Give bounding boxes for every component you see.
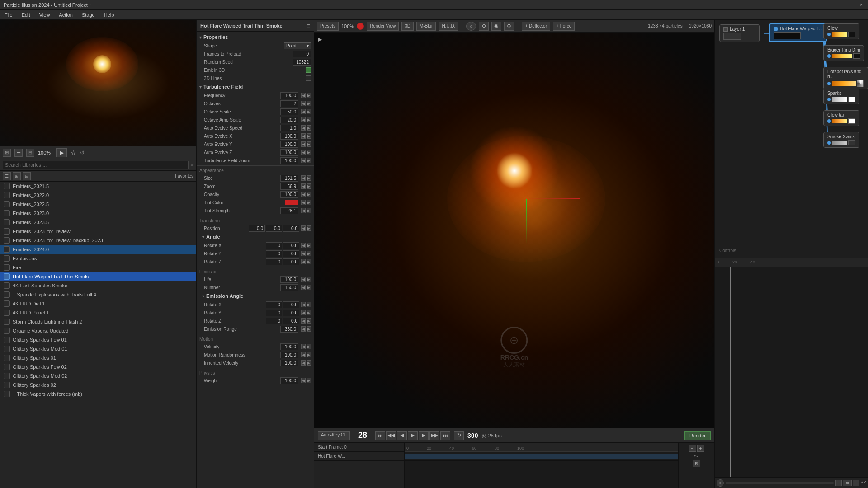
slider-minus[interactable]: ◀	[301, 150, 306, 155]
slider-minus[interactable]: ◀	[301, 133, 306, 139]
rz-1[interactable]: 0.0	[283, 258, 299, 265]
render-view-button[interactable]: Render View	[367, 22, 399, 31]
slider-plus[interactable]: ▶	[307, 200, 311, 205]
menu-view[interactable]: View	[38, 11, 52, 19]
grid-view-icon[interactable]: ⊞	[13, 172, 21, 180]
prop-value[interactable]: 28.1	[280, 207, 298, 214]
slider-plus[interactable]: ▶	[307, 243, 311, 248]
clear-search-button[interactable]: ×	[190, 162, 193, 168]
refresh-button[interactable]: ↺	[80, 150, 85, 156]
slider-plus[interactable]: ▶	[307, 251, 311, 256]
list-item[interactable]: 4K HUD Panel 1	[0, 308, 196, 317]
slider-plus[interactable]: ▶	[307, 183, 311, 189]
slider-plus[interactable]: ▶	[307, 360, 311, 366]
thumb-view-icon[interactable]: ⊟	[23, 172, 31, 180]
sphere-icon-1[interactable]: ○	[466, 22, 476, 31]
slider-minus[interactable]: ◀	[301, 183, 306, 189]
view-icon-1[interactable]: ⊞	[3, 149, 11, 157]
slider-minus[interactable]: ◀	[301, 192, 306, 197]
slider-plus[interactable]: ▶	[307, 318, 311, 324]
red-circle-button[interactable]	[357, 23, 364, 30]
slider-minus[interactable]: ◀	[301, 310, 306, 315]
view-icon-2[interactable]: ☰	[14, 149, 23, 157]
node-sparks[interactable]: Sparks	[823, 89, 859, 104]
step-forward-button[interactable]: ▶	[419, 431, 429, 440]
fast-back-button[interactable]: ◀◀	[386, 431, 396, 440]
slider-plus[interactable]: ▶	[307, 208, 311, 213]
list-item-highlighted[interactable]: Hot Flare Warped Trail Thin Smoke	[0, 272, 196, 281]
fit-button[interactable]: fit	[843, 480, 852, 486]
slider-plus[interactable]: ▶	[307, 326, 311, 332]
ry-0[interactable]: 0	[266, 250, 282, 257]
node-glow[interactable]: Glow	[823, 23, 859, 39]
sphere-icon-3[interactable]: ◉	[491, 22, 501, 31]
emit-3d-checkbox[interactable]	[306, 67, 311, 73]
list-item[interactable]: Emitters_2023.0	[0, 209, 196, 218]
menu-stage[interactable]: Stage	[80, 11, 97, 19]
prop-value[interactable]: 100.0	[280, 133, 298, 140]
deflector-button[interactable]: + Deflector	[522, 22, 550, 31]
slider-plus[interactable]: ▶	[307, 192, 311, 197]
menu-edit[interactable]: Edit	[20, 11, 32, 19]
zoom-out-button[interactable]: −	[689, 445, 696, 452]
prop-value[interactable]: 100.0	[280, 377, 298, 384]
prop-value[interactable]: 50.0	[280, 108, 298, 115]
list-view-icon[interactable]: ☰	[3, 172, 11, 180]
slider-plus[interactable]: ▶	[307, 285, 311, 290]
list-item[interactable]: Fire	[0, 263, 196, 272]
slider-plus[interactable]: ▶	[307, 378, 311, 383]
menu-file[interactable]: File	[3, 11, 14, 19]
prop-value[interactable]: 100.0	[280, 276, 298, 283]
slider-minus[interactable]: ◀	[301, 93, 306, 98]
prop-value[interactable]: 151.5	[280, 175, 298, 182]
maximize-button[interactable]: □	[850, 2, 856, 8]
slider-minus[interactable]: ◀	[301, 200, 306, 205]
prop-value[interactable]: 0	[293, 51, 311, 57]
window-controls[interactable]: — □ ×	[842, 2, 864, 8]
node-layer1[interactable]: Layer 1	[719, 24, 760, 42]
slider-plus[interactable]: ▶	[307, 125, 311, 131]
menu-action[interactable]: Action	[57, 11, 75, 19]
zoom-reset-button[interactable]: ○	[717, 479, 724, 487]
ea-rz-1[interactable]: 0.0	[283, 318, 299, 324]
hud-button[interactable]: H.U.D.	[439, 22, 458, 31]
properties-menu-icon[interactable]: ≡	[307, 22, 310, 29]
slider-minus[interactable]: ◀	[301, 141, 306, 147]
timeline-track-area[interactable]: 0 20 40 60 80 100	[405, 443, 678, 488]
prop-value[interactable]: 10322	[293, 59, 311, 66]
prop-value[interactable]: 100.0	[280, 92, 298, 99]
section-emission-angle[interactable]: ▾ Emission Angle	[197, 291, 314, 300]
slider-minus[interactable]: ◀	[301, 285, 306, 290]
slider-minus[interactable]: ◀	[301, 125, 306, 131]
mblur-button[interactable]: M-Blur	[416, 22, 436, 31]
ea-rx-0[interactable]: 0	[266, 301, 282, 308]
loop-button[interactable]: ↻	[454, 431, 464, 440]
slider-minus[interactable]: ◀	[301, 277, 306, 282]
section-properties[interactable]: ▾ Properties	[197, 33, 314, 42]
tint-color-swatch[interactable]	[285, 200, 298, 205]
viewport-canvas[interactable]: ⊕ RRCG.cn 人人素材 ▶	[314, 33, 714, 428]
node-smoke-swiris[interactable]: Smoke Swiris	[823, 132, 859, 148]
list-item[interactable]: Glittery Sparkles Few 02	[0, 362, 196, 371]
slider-minus[interactable]: ◀	[301, 302, 306, 307]
slider-minus[interactable]: ◀	[301, 259, 306, 264]
slider-minus[interactable]: ◀	[301, 352, 306, 357]
prop-value[interactable]: 2	[280, 100, 298, 107]
section-turbulence[interactable]: ▾ Turbulence Field	[197, 82, 314, 91]
slider-plus[interactable]: ▶	[307, 101, 311, 106]
prop-value[interactable]: 360.0	[280, 326, 298, 333]
play-button[interactable]: ▶	[56, 148, 67, 157]
rx-0[interactable]: 0	[266, 242, 282, 249]
minus-button[interactable]: −	[835, 480, 842, 486]
list-item[interactable]: Organic Vapors, Updated	[0, 326, 196, 335]
timeline-scroll[interactable]	[726, 482, 834, 484]
list-item[interactable]: + Thick Vapors with forces (mb)	[0, 389, 196, 399]
slider-plus[interactable]: ▶	[307, 259, 311, 264]
list-item[interactable]: Glittery Sparkles Few 01	[0, 335, 196, 344]
list-item-selected[interactable]: Emitters_2024.0	[0, 245, 196, 254]
slider-minus[interactable]: ◀	[301, 208, 306, 213]
slider-minus[interactable]: ◀	[301, 175, 306, 181]
slider-minus[interactable]: ◀	[301, 378, 306, 383]
slider-minus[interactable]: ◀	[301, 158, 306, 163]
node-glow-tail[interactable]: Glow tail	[823, 110, 859, 126]
